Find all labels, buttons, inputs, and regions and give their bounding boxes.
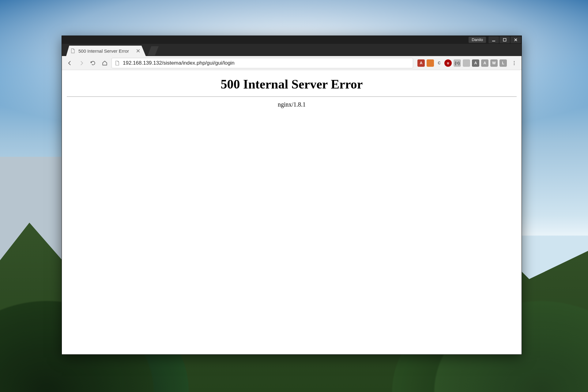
moon-icon[interactable]: C (436, 59, 443, 67)
close-icon (514, 38, 518, 42)
kebab-menu-icon (511, 60, 517, 66)
tab-strip: 500 Internal Server Error (62, 44, 522, 56)
browser-tab-active[interactable]: 500 Internal Server Error (66, 46, 146, 56)
angular-icon[interactable]: A (417, 59, 425, 67)
back-button[interactable] (65, 58, 75, 68)
new-tab-button[interactable] (148, 46, 159, 55)
reload-button[interactable] (88, 58, 98, 68)
error-heading: 500 Internal Server Error (67, 77, 517, 92)
url-input[interactable] (123, 60, 410, 66)
divider (67, 96, 517, 97)
page-info-icon[interactable] (115, 61, 120, 66)
profile-badge[interactable]: Danilo (469, 37, 486, 43)
l-ext-icon[interactable]: L (499, 59, 507, 67)
extensions-row: ACu{≡}AAWL (417, 59, 507, 67)
minimize-icon (492, 38, 496, 42)
home-button[interactable] (100, 58, 110, 68)
w-ext-icon[interactable]: W (490, 59, 498, 67)
ublock-icon[interactable]: u (444, 59, 452, 67)
forward-button[interactable] (77, 58, 86, 68)
page-viewport: 500 Internal Server Error nginx/1.8.1 (62, 70, 522, 354)
window-close-button[interactable] (511, 36, 521, 43)
brave-icon[interactable] (427, 59, 434, 67)
tab-close-button[interactable] (136, 49, 140, 53)
file-icon (70, 48, 75, 53)
brackets-icon[interactable]: {≡} (454, 59, 461, 67)
svg-point-2 (514, 61, 515, 62)
window-controls (488, 36, 521, 43)
svg-point-4 (514, 64, 515, 65)
browser-window: Danilo 500 Internal Server Error (62, 36, 522, 355)
browser-toolbar: ACu{≡}AAWL (62, 56, 522, 70)
error-page: 500 Internal Server Error nginx/1.8.1 (67, 77, 517, 108)
reload-icon (90, 60, 96, 66)
address-bar[interactable] (111, 58, 413, 68)
window-minimize-button[interactable] (488, 36, 499, 43)
arrow-right-icon (78, 60, 85, 66)
a-ext-icon[interactable]: A (481, 59, 488, 67)
server-signature: nginx/1.8.1 (67, 101, 517, 108)
svg-rect-0 (492, 41, 495, 41)
close-icon (136, 49, 140, 53)
home-icon (102, 60, 108, 66)
window-maximize-button[interactable] (499, 36, 510, 43)
svg-point-3 (514, 62, 515, 63)
server-icon[interactable] (463, 59, 470, 67)
maximize-icon (503, 38, 507, 42)
arrow-left-icon (67, 60, 73, 66)
window-titlebar: Danilo (62, 36, 522, 44)
tab-title-label: 500 Internal Server Error (78, 48, 129, 54)
browser-menu-button[interactable] (510, 59, 518, 67)
svg-rect-1 (503, 39, 506, 41)
angular2-icon[interactable]: A (472, 59, 479, 67)
